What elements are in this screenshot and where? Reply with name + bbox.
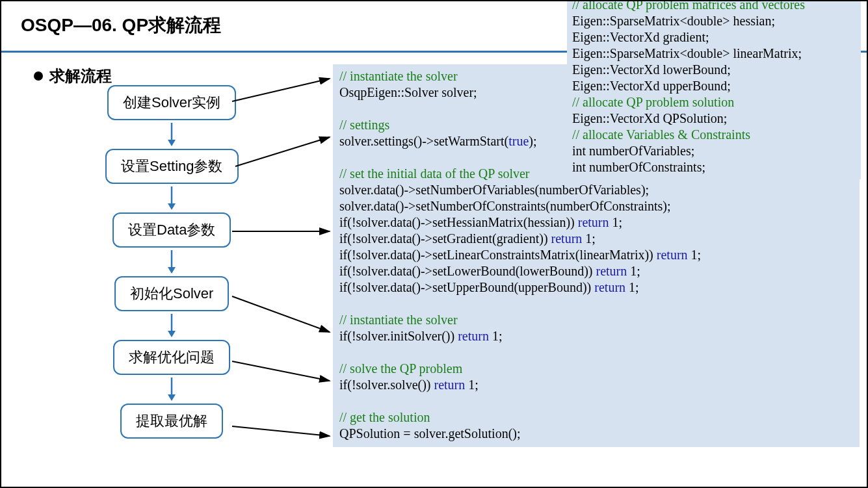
code-comment: // solve the QP problem [339,361,462,376]
code-line: solver.data()->setNumberOfConstraints(nu… [339,198,853,214]
arrow-down-icon [165,378,178,401]
svg-marker-7 [168,331,176,337]
code-line: if(!solver.initSolver()) return 1; [339,328,853,344]
flowchart: 创建Solver实例 设置Setting参数 设置Data参数 初始化Solve… [105,85,239,439]
svg-line-14 [232,361,330,381]
svg-marker-5 [168,267,176,274]
code-line: solver.data()->setNumberOfVariables(numb… [339,182,853,198]
arrow-down-icon [165,250,178,274]
code-line: int numberOfVariables; [572,143,856,159]
arrow-down-icon [165,186,178,210]
arrow-down-icon [165,123,178,146]
code-line: Eigen::VectorXd gradient; [572,29,856,45]
code-line: Eigen::SparseMatrix<double> hessian; [572,13,856,29]
code-comment: // settings [339,118,389,132]
flow-step-2: 设置Setting参数 [105,149,239,184]
arrow-down-icon [165,314,178,337]
code-line: if(!solver.data()->setLinearConstraintsM… [339,247,853,263]
svg-line-15 [232,426,330,436]
svg-marker-1 [168,140,176,146]
code-line: QPSolution = solver.getSolution(); [339,426,853,442]
bullet-icon [34,71,43,81]
code-line: Eigen::VectorXd upperBound; [572,78,856,94]
svg-marker-9 [168,394,176,401]
code-comment: // instantiate the solver [339,69,458,83]
flow-step-3: 设置Data参数 [112,212,231,248]
code-line: int numberOfConstraints; [572,159,856,175]
code-block-allocations: // allocate QP problem matrices and vect… [567,0,861,179]
section-label: 求解流程 [49,66,112,86]
code-line: if(!solver.data()->setUpperBound(upperBo… [339,279,853,296]
code-line: if(!solver.data()->setLowerBound(lowerBo… [339,263,853,279]
flow-step-1: 创建Solver实例 [107,85,236,120]
code-line: if(!solver.data()->setGradient(gradient)… [339,231,853,247]
code-line: Eigen::VectorXd lowerBound; [572,62,856,78]
code-line: Eigen::SparseMatrix<double> linearMatrix… [572,45,856,62]
flow-step-4: 初始化Solver [114,276,229,311]
svg-marker-3 [168,203,176,210]
code-comment: // set the initial data of the QP solver [339,166,530,181]
code-line: if(!solver.solve()) return 1; [339,377,853,393]
flow-step-5: 求解优化问题 [113,340,230,375]
content-area: 求解流程 创建Solver实例 设置Setting参数 设置Data参数 初始化… [1,53,867,86]
code-line: if(!solver.data()->setHessianMatrix(hess… [339,214,853,231]
svg-line-11 [235,137,330,166]
code-line: Eigen::VectorXd QPSolution; [572,110,856,127]
code-comment: // instantiate the solver [339,313,458,327]
flow-step-6: 提取最优解 [120,404,223,439]
code-comment: // allocate QP problem matrices and vect… [572,0,805,12]
code-comment: // allocate QP problem solution [572,95,734,109]
code-comment: // allocate Variables & Constraints [572,127,750,142]
svg-line-13 [232,296,330,332]
code-comment: // get the solution [339,410,430,424]
